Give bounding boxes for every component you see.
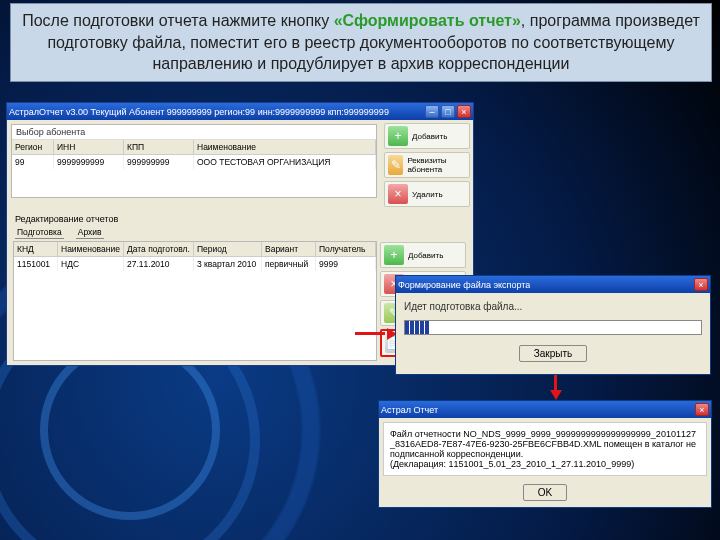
close-icon[interactable]: × — [457, 105, 471, 118]
minimize-icon[interactable]: – — [425, 105, 439, 118]
arrow-right-icon — [355, 328, 397, 340]
add-button-label: Добавить — [412, 132, 447, 141]
close-icon[interactable]: × — [694, 278, 708, 291]
col-knd[interactable]: КНД — [14, 242, 58, 256]
close-button[interactable]: Закрыть — [519, 345, 588, 362]
cell-period: 3 квартал 2010 — [194, 257, 262, 271]
col-variant[interactable]: Вариант — [262, 242, 316, 256]
add-icon: + — [384, 245, 404, 265]
tabs: Подготовка Архив — [11, 226, 469, 239]
requisites-icon: ✎ — [388, 155, 403, 175]
cell-name: ООО ТЕСТОВАЯ ОРГАНИЗАЦИЯ — [194, 155, 376, 169]
report-grid: КНД Наименование Дата подготовл. Период … — [13, 241, 377, 361]
requisites-button[interactable]: ✎Реквизиты абонента — [384, 152, 470, 178]
col-name[interactable]: Наименование — [194, 140, 376, 154]
abonent-table-header: Регион ИНН КПП Наименование — [12, 140, 376, 155]
cell-region: 99 — [12, 155, 54, 169]
ok-button[interactable]: OK — [523, 484, 567, 501]
col-name[interactable]: Наименование — [58, 242, 124, 256]
delete-button-label: Удалить — [412, 190, 443, 199]
cell-knd: 1151001 — [14, 257, 58, 271]
col-date[interactable]: Дата подготовл. — [124, 242, 194, 256]
info-body: Файл отчетности NO_NDS_9999_9999_9999999… — [383, 422, 707, 476]
progress-message: Идет подготовка файла... — [404, 301, 702, 312]
titlebar[interactable]: Астрал Отчет × — [379, 401, 711, 418]
add-report-button[interactable]: +Добавить — [380, 242, 466, 268]
progress-dialog: Формирование файла экспорта × Идет подго… — [395, 275, 711, 375]
abonent-panel-title: Выбор абонента — [12, 125, 376, 140]
requisites-button-label: Реквизиты абонента — [407, 156, 466, 174]
cell-receiver: 9999 — [316, 257, 376, 271]
cell-name: НДС — [58, 257, 124, 271]
cell-inn: 9999999999 — [54, 155, 124, 169]
col-period[interactable]: Период — [194, 242, 262, 256]
cell-kpp: 999999999 — [124, 155, 194, 169]
progress-bar — [404, 320, 702, 335]
close-icon[interactable]: × — [695, 403, 709, 416]
header-highlight: «Сформировать отчет» — [334, 12, 521, 29]
col-region[interactable]: Регион — [12, 140, 54, 154]
add-report-label: Добавить — [408, 251, 443, 260]
abonent-side-buttons: +Добавить ✎Реквизиты абонента ×Удалить — [381, 120, 473, 210]
delete-button[interactable]: ×Удалить — [384, 181, 470, 207]
window-title: АстралОтчет v3.00 Текущий Абонент 999999… — [9, 107, 389, 117]
titlebar[interactable]: АстралОтчет v3.00 Текущий Абонент 999999… — [7, 103, 473, 120]
cell-date: 27.11.2010 — [124, 257, 194, 271]
col-kpp[interactable]: КПП — [124, 140, 194, 154]
add-icon: + — [388, 126, 408, 146]
table-row[interactable]: 99 9999999999 999999999 ООО ТЕСТОВАЯ ОРГ… — [12, 155, 376, 169]
tab-archive[interactable]: Архив — [76, 226, 104, 239]
cell-variant: первичный — [262, 257, 316, 271]
report-edit-title: Редактирование отчетов — [11, 212, 469, 226]
add-button[interactable]: +Добавить — [384, 123, 470, 149]
dialog-title: Формирование файла экспорта — [398, 280, 530, 290]
col-receiver[interactable]: Получатель — [316, 242, 376, 256]
bg-decor — [40, 340, 220, 520]
progress-fill — [405, 321, 429, 334]
instruction-header: После подготовки отчета нажмите кнопку «… — [10, 3, 712, 82]
col-inn[interactable]: ИНН — [54, 140, 124, 154]
dialog-title: Астрал Отчет — [381, 405, 438, 415]
info-dialog: Астрал Отчет × Файл отчетности NO_NDS_99… — [378, 400, 712, 508]
tab-prep[interactable]: Подготовка — [15, 226, 64, 239]
maximize-icon[interactable]: □ — [441, 105, 455, 118]
info-line: (Декларация: 1151001_5.01_23_2010_1_27.1… — [390, 459, 700, 469]
report-table-header: КНД Наименование Дата подготовл. Период … — [14, 242, 376, 257]
delete-icon: × — [388, 184, 408, 204]
abonent-panel: Выбор абонента Регион ИНН КПП Наименован… — [11, 124, 377, 198]
header-text-1: После подготовки отчета нажмите кнопку — [22, 12, 334, 29]
table-row[interactable]: 1151001 НДС 27.11.2010 3 квартал 2010 пе… — [14, 257, 376, 271]
info-line: Файл отчетности NO_NDS_9999_9999_9999999… — [390, 429, 700, 459]
titlebar[interactable]: Формирование файла экспорта × — [396, 276, 710, 293]
